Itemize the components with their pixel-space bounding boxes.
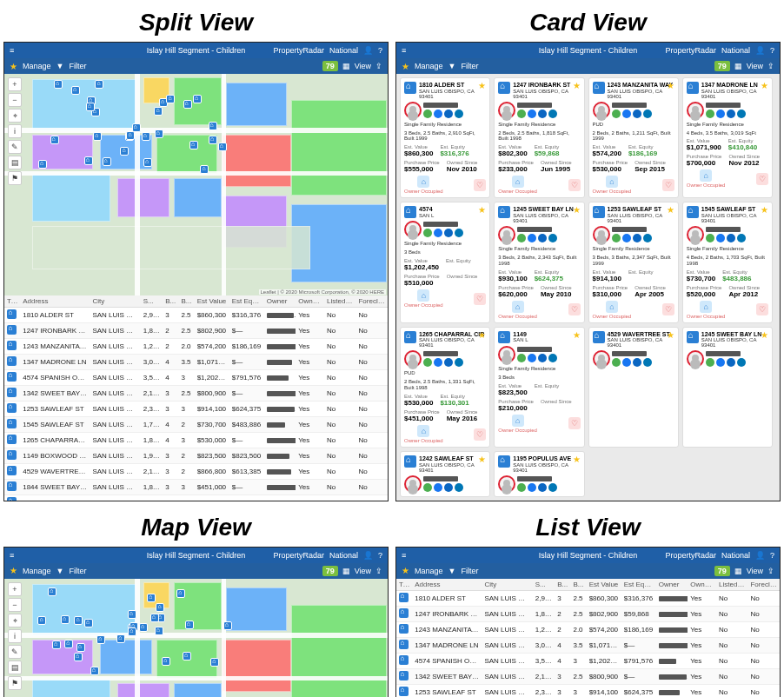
property-pin[interactable] xyxy=(120,147,129,156)
table-row[interactable]: 1253 SAWLEAF STSAN LUIS OBISPO2,34733$91… xyxy=(396,684,780,697)
property-card[interactable]: ★1149SAN LSingle Family Residence3 BedsE… xyxy=(494,327,584,448)
owner-avatar[interactable] xyxy=(687,226,704,243)
parcel[interactable] xyxy=(117,683,169,697)
property-pin[interactable] xyxy=(71,86,80,95)
col-header[interactable]: Listed for Sale? xyxy=(716,579,747,591)
user-icon[interactable]: 👤 xyxy=(363,46,373,55)
col-header[interactable]: B... xyxy=(178,295,194,308)
col-header[interactable]: Owner Occ? xyxy=(296,295,324,308)
parcel[interactable] xyxy=(32,226,310,269)
star-icon[interactable]: ★ xyxy=(573,330,581,340)
table-row[interactable]: 1247 IRONBARK STSAN LUIS OBISPO1,81822.5… xyxy=(4,323,388,339)
col-header[interactable]: Foreclosure? xyxy=(355,295,388,308)
funnel-icon[interactable]: ▼ xyxy=(56,567,64,575)
view-button[interactable]: View xyxy=(747,62,763,70)
linkedin-icon[interactable] xyxy=(455,358,463,367)
phone-icon[interactable] xyxy=(423,110,432,118)
menu-icon[interactable]: ≡ xyxy=(10,46,14,55)
parcel[interactable] xyxy=(222,135,291,187)
property-pin[interactable] xyxy=(210,658,219,667)
property-pin[interactable] xyxy=(162,657,170,666)
parcel[interactable] xyxy=(226,587,287,631)
draw-icon[interactable]: ✎ xyxy=(8,645,22,659)
linkedin-icon[interactable] xyxy=(548,354,557,362)
property-pin[interactable] xyxy=(96,635,105,644)
help-icon[interactable]: ? xyxy=(378,551,382,560)
facebook-icon[interactable] xyxy=(434,110,442,118)
phone-icon[interactable] xyxy=(706,110,714,118)
share-icon[interactable]: ⇪ xyxy=(767,62,774,70)
property-card[interactable]: ★1195 POPULUS AVESAN LUIS OBISPO, CA 934… xyxy=(494,451,584,497)
star-icon[interactable]: ★ xyxy=(573,205,581,215)
facebook-icon[interactable] xyxy=(528,234,536,242)
facebook-icon[interactable] xyxy=(716,358,725,367)
table-row[interactable]: 1347 MADRONE LNSAN LUIS OBISPO3,01943.5$… xyxy=(396,637,780,653)
grid-icon[interactable]: ▦ xyxy=(734,567,742,575)
table-row[interactable]: 1810 ALDER STSAN LUIS OBISPO2,99032.5$86… xyxy=(396,590,780,606)
property-pin[interactable] xyxy=(103,157,111,166)
property-pin[interactable] xyxy=(200,165,209,174)
property-card[interactable]: ★4529 WAVERTREE STSAN LUIS OBISPO, CA 93… xyxy=(588,327,679,448)
col-header[interactable]: S... xyxy=(141,295,163,308)
home-foot-icon[interactable]: ⌂ xyxy=(512,176,524,188)
star-icon[interactable]: ★ xyxy=(402,566,409,575)
alert-icon[interactable]: ♡ xyxy=(756,173,768,185)
property-card[interactable]: ★1243 MANZANITA WAYSAN LUIS OBISPO, CA 9… xyxy=(588,77,679,198)
parcel[interactable] xyxy=(226,83,287,126)
home-foot-icon[interactable]: ⌂ xyxy=(512,415,524,427)
view-button[interactable]: View xyxy=(355,567,371,575)
owner-avatar[interactable] xyxy=(498,226,515,243)
property-pin[interactable] xyxy=(90,667,99,675)
property-pin[interactable] xyxy=(116,634,125,643)
linkedin-icon[interactable] xyxy=(548,110,557,118)
phone-icon[interactable] xyxy=(517,110,526,118)
table-row[interactable]: 1545 SAWLEAF STSAN LUIS OBISPO1,70342$73… xyxy=(4,417,388,433)
alert-icon[interactable]: ♡ xyxy=(662,303,674,315)
twitter-icon[interactable] xyxy=(727,358,735,367)
view-button[interactable]: View xyxy=(355,62,371,70)
phone-icon[interactable] xyxy=(517,234,526,242)
property-card[interactable]: ★1247 IRONBARK STSAN LUIS OBISPO, CA 934… xyxy=(494,77,584,198)
facebook-icon[interactable] xyxy=(622,234,631,242)
property-pin[interactable] xyxy=(128,610,136,619)
star-icon[interactable]: ★ xyxy=(478,205,486,215)
twitter-icon[interactable] xyxy=(538,110,547,118)
twitter-icon[interactable] xyxy=(444,358,453,367)
view-button[interactable]: View xyxy=(747,567,763,575)
menu-icon[interactable]: ≡ xyxy=(402,46,406,55)
parcel[interactable] xyxy=(100,640,152,674)
linkedin-icon[interactable] xyxy=(455,229,463,237)
share-icon[interactable]: ⇪ xyxy=(375,62,382,70)
parcel[interactable] xyxy=(32,79,136,131)
locate-icon[interactable]: ⌖ xyxy=(8,614,22,627)
home-foot-icon[interactable]: ⌂ xyxy=(417,176,429,188)
property-pin[interactable] xyxy=(54,80,63,89)
property-pin[interactable] xyxy=(166,95,175,103)
facebook-icon[interactable] xyxy=(528,483,536,492)
map-canvas[interactable]: +−⌖i✎▤⚑Leaflet | © 2020 Microsoft Corpor… xyxy=(4,579,388,697)
alert-icon[interactable]: ♡ xyxy=(756,303,768,315)
property-pin[interactable] xyxy=(185,621,194,629)
table-row[interactable]: 1342 SWEET BAY LNSAN LUIS OBISPO2,11732.… xyxy=(396,668,780,684)
property-card[interactable]: ★1347 MADRONE LNSAN LUIS OBISPO, CA 9340… xyxy=(682,77,773,198)
property-pin[interactable] xyxy=(189,141,198,149)
facebook-icon[interactable] xyxy=(434,229,442,237)
star-icon[interactable]: ★ xyxy=(761,205,768,215)
owner-avatar[interactable] xyxy=(593,226,610,243)
user-icon[interactable]: 👤 xyxy=(755,551,765,560)
phone-icon[interactable] xyxy=(706,358,714,367)
home-foot-icon[interactable]: ⌂ xyxy=(417,425,429,437)
col-header[interactable]: Foreclosure? xyxy=(747,579,780,591)
col-header[interactable]: Owner xyxy=(264,295,296,308)
col-header[interactable]: Owner Occ? xyxy=(688,579,716,591)
property-pin[interactable] xyxy=(154,107,163,116)
table-row[interactable]: 4529 WAVERTREE STSAN LUIS OBISPO2,18232$… xyxy=(4,464,388,480)
zoom-out-icon[interactable]: − xyxy=(8,93,22,107)
funnel-icon[interactable]: ▼ xyxy=(448,62,456,70)
twitter-icon[interactable] xyxy=(444,483,453,492)
facebook-icon[interactable] xyxy=(622,358,631,367)
col-header[interactable]: S... xyxy=(533,579,555,591)
property-pin[interactable] xyxy=(193,95,202,103)
property-card[interactable]: ★1253 SAWLEAF STSAN LUIS OBISPO, CA 9340… xyxy=(588,202,679,322)
star-icon[interactable]: ★ xyxy=(573,455,581,464)
